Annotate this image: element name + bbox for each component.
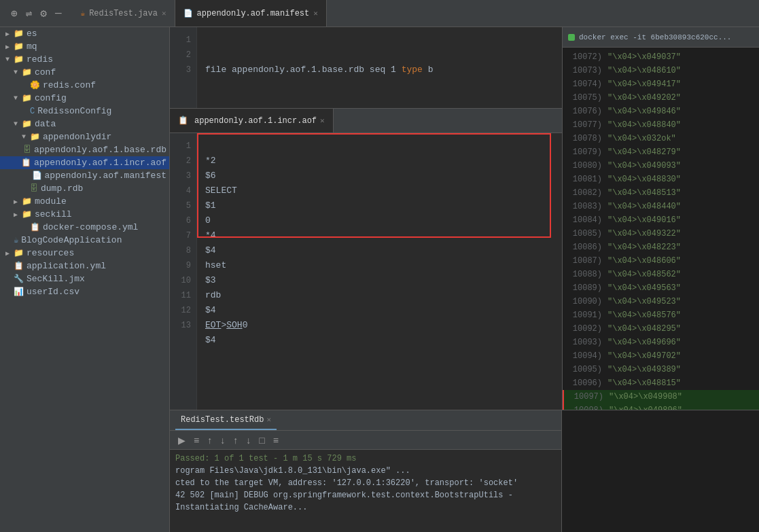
terminal-line-val-19: "\x04>\x048576" [607, 256, 681, 270]
sidebar-label-redissonconfig: RedissonConfig [37, 106, 111, 116]
tab-incr-aof[interactable]: 📋 appendonly.aof.1.incr.aof ✕ [170, 109, 334, 132]
arrow-es: ▶ [5, 30, 12, 38]
bottom-content: Passed: 1 of 1 test - 1 m 15 s 729 ms ro… [170, 450, 561, 532]
incr-line-1: *2 [205, 156, 216, 166]
incr-code-area: 1 2 3 4 5 6 7 8 9 10 11 12 13 [170, 133, 562, 410]
terminal-line-val-26: "\x04>\x049896" [609, 351, 682, 365]
sidebar-item-redisconf[interactable]: ▶ 🌼 redis.conf [0, 79, 169, 92]
sidebar-item-manifest[interactable]: ▶ 📄 appendonly.aof.manifest [0, 169, 169, 182]
incr-line-4: $1 [205, 200, 216, 211]
incr-line-13: $4 [205, 335, 216, 345]
sidebar-item-data[interactable]: ▼ 📁 data [0, 118, 169, 130]
terminal-line-24: 10096)"\x04>\x048815" [563, 324, 759, 338]
terminal-line-val-10: "\x04>\x048513" [607, 134, 681, 147]
minimize-icon[interactable]: — [55, 7, 62, 20]
bottom-log-1: rogram Files\Java\jdk1.8.0_131\bin\java.… [175, 465, 556, 477]
incr-line-3: SELECT [205, 185, 237, 196]
terminal-line-25: 10097)"\x04>\x049908" [563, 338, 759, 351]
rdb-icon-dump: 🗄 [30, 183, 38, 194]
terminal-line-val-14: "\x04>\x048223" [607, 188, 681, 202]
terminal-line-num-8: 10080) [568, 107, 602, 120]
sidebar-item-incr-aof[interactable]: ▶ 📋 appendonly.aof.1.incr.aof [0, 156, 169, 169]
square-btn[interactable]: □ [256, 433, 267, 447]
terminal-line-22: 10094)"\x04>\x049702" [563, 297, 759, 311]
terminal-line-num-24: 10096) [568, 324, 602, 338]
bottom-log-2: cted to the target VM, address: '127.0.0… [175, 477, 556, 489]
sidebar-label-es: es [27, 29, 37, 39]
terminal-line-28: 10100)"\x04>\x0454ok" [563, 378, 759, 392]
terminal-line-num-21: 10093) [568, 283, 602, 297]
terminal-line-num-18: 10090) [568, 243, 602, 256]
folder-icon-redis: 📁 [14, 54, 24, 65]
sidebar-item-dump-rdb[interactable]: ▶ 🗄 dump.rdb [0, 182, 169, 195]
up2-btn[interactable]: ↑ [230, 433, 241, 447]
sync-icon[interactable]: ⇌ [26, 7, 33, 20]
incr-tab-bar: 📋 appendonly.aof.1.incr.aof ✕ [170, 109, 562, 133]
terminal-title: docker exec -it 6beb30893c620cc... [579, 33, 731, 41]
manifest-icon-sidebar: 📄 [32, 171, 42, 181]
sidebar-item-config[interactable]: ▼ 📁 config [0, 92, 169, 105]
folder-icon-seckill: 📁 [22, 209, 32, 219]
sidebar-label-appendonlydir: appendonlydir [43, 132, 111, 142]
terminal-line-15: 10087)"\x04>\x048606" [563, 202, 759, 215]
sidebar-item-mq[interactable]: ▶ 📁 mq [0, 40, 169, 53]
run-btn[interactable]: ▶ [175, 433, 188, 447]
sidebar-item-appendonlydir[interactable]: ▼ 📁 appendonlydir [0, 130, 169, 143]
terminal-line-num-13: 10085) [568, 175, 602, 188]
terminal-line-val-27: "\x04>\x049902" [609, 365, 682, 378]
incr-code-content[interactable]: *2 $6 SELECT $1 0 *4 $4 hset $3 rdb $4 E… [197, 133, 562, 368]
bottom-tab-bar: RedisTest.testRdb ✕ [170, 410, 561, 431]
sidebar-item-application-yml[interactable]: ▶ 📋 application.yml [0, 260, 169, 272]
sidebar-label-manifest: appendonly.aof.manifest [45, 171, 166, 181]
bottom-tab-close[interactable]: ✕ [266, 415, 271, 424]
sidebar-item-resources[interactable]: ▶ 📁 resources [0, 247, 169, 260]
sidebar-item-seckill[interactable]: ▶ 📁 seckill [0, 208, 169, 221]
sidebar-item-redis[interactable]: ▼ 📁 redis [0, 53, 169, 66]
sidebar-label-base-rdb: appendonly.aof.1.base.rdb [34, 145, 166, 155]
sidebar-label-seckill-jmx: SecKill.jmx [27, 274, 85, 284]
terminal-line-num-10: 10082) [568, 134, 602, 147]
down1-btn[interactable]: ↓ [217, 433, 228, 447]
tab-redistest[interactable]: ☕ RedisTest.java ✕ [73, 0, 175, 26]
settings-icon[interactable]: ⚙ [40, 7, 47, 20]
sidebar-item-module[interactable]: ▶ 📁 module [0, 195, 169, 208]
up1-btn[interactable]: ↑ [205, 433, 215, 447]
arrow-redis: ▼ [5, 56, 12, 63]
sidebar-item-docker-compose[interactable]: ▶ 📋 docker-compose.yml [0, 221, 169, 234]
terminal-line-num-5: 10077) [568, 66, 602, 79]
terminal-line-3: 10075)"\x04>\x049202" [563, 48, 759, 52]
lines-btn[interactable]: ≡ [270, 433, 281, 447]
sidebar-item-conf[interactable]: ▼ 📁 conf [0, 66, 169, 79]
terminal-dot [568, 34, 575, 41]
terminal-line-num-28: 10100) [569, 378, 603, 392]
sidebar-item-es[interactable]: ▶ 📁 es [0, 27, 169, 40]
terminal-content[interactable]: 10072)"\x04>\x049037"10073)"\x04>\x04861… [563, 48, 759, 410]
terminal-line-val-15: "\x04>\x048606" [607, 202, 681, 215]
arrow-appendonlydir: ▼ [22, 133, 29, 141]
terminal-line-val-18: "\x04>\x049523" [607, 243, 681, 256]
sidebar-item-userid-csv[interactable]: ▶ 📊 userId.csv [0, 285, 169, 298]
tab-redistest-close[interactable]: ✕ [162, 9, 166, 18]
terminal-line-val-11: "\x04>\x048440" [607, 147, 681, 161]
folder-icon-es: 📁 [14, 29, 24, 39]
terminal-line-5: 10077)"\x04>\x048840" [563, 66, 759, 79]
sidebar-label-redis: redis [27, 54, 53, 65]
manifest-code-content[interactable]: file appendonly.aof.1.base.rdb seq 1 typ… [197, 27, 562, 108]
sidebar-item-base-rdb[interactable]: ▶ 🗄 appendonly.aof.1.base.rdb [0, 143, 169, 156]
menu-btn[interactable]: ≡ [191, 433, 202, 447]
tab-manifest-close[interactable]: ✕ [313, 9, 318, 18]
sidebar-item-blogcode[interactable]: ▶ ☕ BlogCodeApplication [0, 234, 169, 247]
globe-icon[interactable]: ⊕ [11, 7, 18, 20]
sidebar-item-redissonconfig[interactable]: ▶ C RedissonConfig [0, 105, 169, 118]
tab-manifest[interactable]: 📄 appendonly.aof.manifest ✕ [175, 0, 327, 26]
arrow-seckill: ▶ [14, 211, 20, 219]
sidebar-label-docker-compose: docker-compose.yml [43, 222, 138, 232]
manifest-line-1: file appendonly.aof.1.base.rdb seq 1 typ… [205, 63, 554, 77]
bottom-tab-redistest[interactable]: RedisTest.testRdb ✕ [175, 410, 277, 430]
sidebar-item-seckill-jmx[interactable]: ▶ 🔧 SecKill.jmx [0, 272, 169, 285]
incr-line-12: EOT>SOH0 [205, 320, 247, 330]
incr-tab-close[interactable]: ✕ [320, 116, 325, 125]
down2-btn[interactable]: ↓ [243, 433, 253, 447]
terminal-line-6: 10078)"\x04>\x032ok" [563, 79, 759, 93]
terminal-line-4: 10076)"\x04>\x049846" [563, 52, 759, 66]
